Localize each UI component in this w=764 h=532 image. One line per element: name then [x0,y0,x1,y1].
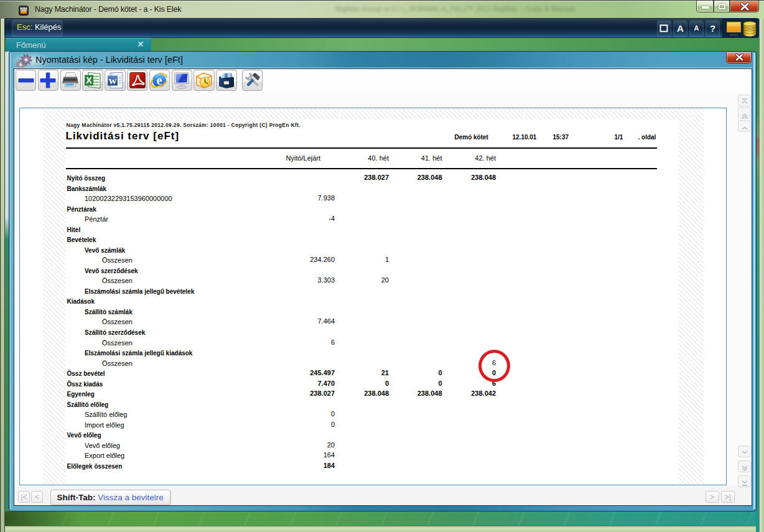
svg-text:X: X [86,75,92,85]
svg-text:W: W [108,76,116,85]
